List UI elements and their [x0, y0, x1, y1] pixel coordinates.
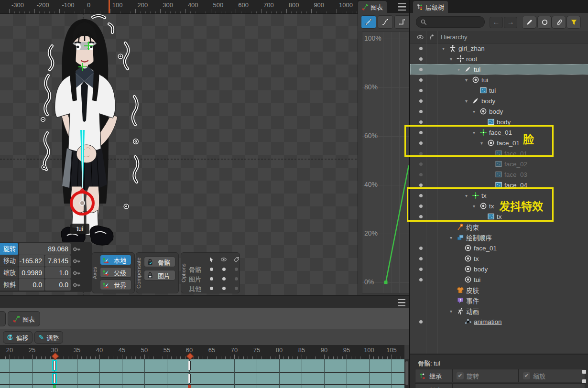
tree-row-tui[interactable]: ▾tui	[410, 64, 588, 75]
tree-row-face_01[interactable]: face_01	[410, 243, 588, 253]
expander-icon[interactable]: ▾	[457, 67, 464, 72]
inherit-rotation-checkbox[interactable]: ✔ 旋转	[452, 369, 519, 382]
eye-icon[interactable]	[416, 33, 424, 41]
visibility-dot[interactable]	[419, 110, 423, 113]
expander-icon[interactable]: ▾	[450, 309, 457, 314]
keyframe-diamond[interactable]	[186, 353, 194, 360]
visibility-dot[interactable]	[419, 78, 423, 82]
axes-parent-button[interactable]: 父级	[100, 267, 131, 278]
tree-row-root[interactable]: ▾root	[410, 54, 588, 64]
transform-value-field[interactable]: 1.0	[45, 267, 71, 279]
expander-icon[interactable]: ▾	[442, 46, 449, 51]
inherit-cell[interactable]: 继承	[415, 369, 452, 382]
tree-row-约束[interactable]: 约束	[410, 222, 588, 232]
keyframe-icon[interactable]	[71, 279, 82, 291]
adjust-button[interactable]: ✎ 调整	[34, 331, 63, 344]
expander-icon[interactable]: ▾	[465, 98, 472, 104]
timeline-scrollbar[interactable]	[404, 359, 409, 388]
transform-label[interactable]: 倾斜	[0, 279, 18, 291]
tree-row-皮肤[interactable]: 皮肤	[410, 285, 588, 295]
visibility-dot[interactable]	[419, 68, 423, 71]
expander-icon[interactable]: ▾	[450, 235, 457, 240]
graph-toggle-button[interactable]: 图表	[8, 311, 40, 326]
scroll-up-button[interactable]	[582, 370, 586, 374]
scroll-down-button[interactable]	[582, 379, 586, 383]
tree-row-girl_zhan[interactable]: ▾girl_zhan	[410, 43, 588, 54]
tree-row-animation[interactable]: animation	[410, 316, 588, 327]
graph-plot-area[interactable]: 100%80%60%40%20%0%	[362, 32, 411, 293]
keyframe-bar[interactable]	[188, 374, 191, 383]
transform-value-field[interactable]: 89.068	[19, 243, 71, 255]
timeline-ruler[interactable]: 20253035404550556065707580859095100105	[0, 345, 404, 359]
expander-icon[interactable]: ▾	[465, 77, 472, 83]
tree-row-事件[interactable]: 事件	[410, 295, 588, 306]
keyframe-icon[interactable]	[71, 267, 82, 279]
expander-icon[interactable]: ▾	[473, 109, 479, 114]
visibility-dot[interactable]	[419, 268, 423, 271]
tree-row-body[interactable]: ▾body	[410, 106, 588, 117]
visibility-dot[interactable]	[419, 99, 423, 103]
keyframe-icon[interactable]	[71, 255, 82, 267]
track-row[interactable]	[0, 373, 404, 384]
tree-row-body[interactable]: ▾body	[410, 96, 588, 106]
visibility-dot[interactable]	[419, 162, 423, 166]
keyframe-mark[interactable]	[188, 385, 191, 388]
track-row[interactable]	[0, 385, 404, 388]
tab-hierarchy[interactable]: 层级树	[413, 1, 448, 13]
transform-label[interactable]: 缩放	[0, 267, 18, 279]
keyframe-bar[interactable]	[53, 361, 56, 370]
transform-value-field[interactable]: 0.0	[45, 279, 71, 291]
circle-select-button[interactable]	[537, 16, 552, 29]
tree-row-body[interactable]: body	[410, 264, 588, 274]
tree-row-tui[interactable]: ▾tui	[410, 75, 588, 85]
visibility-dot[interactable]	[419, 47, 423, 50]
tree-row-绘制顺序[interactable]: ▾绘制顺序	[410, 232, 588, 243]
visibility-dot[interactable]	[419, 257, 423, 260]
tree-row-tx[interactable]: tx	[410, 253, 588, 264]
inherit-scale-checkbox[interactable]: ✔ 缩放	[519, 369, 585, 382]
timeline-tracks[interactable]	[0, 359, 404, 388]
tree-row-tui[interactable]: tui	[410, 274, 588, 285]
keyframe-bar[interactable]	[53, 374, 56, 383]
transform-label[interactable]: 移动	[0, 255, 18, 267]
visibility-dot[interactable]	[419, 173, 423, 176]
tree-row-face_02[interactable]: face_02	[410, 159, 588, 169]
tree-row-tui[interactable]: tui	[410, 85, 588, 96]
bezier-curve-button[interactable]	[378, 15, 393, 29]
transform-value-field[interactable]: 0.0	[19, 279, 44, 291]
track-row[interactable]	[0, 359, 404, 372]
keyframe-diamond[interactable]	[51, 353, 59, 360]
compensate-bones-button[interactable]: 骨骼	[144, 257, 175, 267]
visibility-dot[interactable]	[419, 120, 423, 124]
graph-menu-icon[interactable]	[398, 3, 406, 12]
timeline-menu-icon[interactable]	[398, 299, 405, 308]
visibility-dot[interactable]	[419, 278, 423, 281]
visibility-dot[interactable]	[419, 320, 423, 323]
tab-graph[interactable]: 图表	[358, 1, 387, 13]
tree-row-动画[interactable]: ▾动画	[410, 306, 588, 316]
filter-button[interactable]	[566, 16, 581, 29]
search-input[interactable]	[416, 16, 485, 28]
stepped-curve-button[interactable]	[394, 15, 410, 29]
compensate-images-button[interactable]: 图片	[144, 270, 175, 280]
visibility-dot[interactable]	[419, 57, 423, 61]
tree-row-face_03[interactable]: face_03	[410, 169, 588, 180]
transform-value-field[interactable]: 0.9989	[19, 267, 44, 279]
keyframe-icon[interactable]	[71, 243, 82, 255]
axes-local-button[interactable]: 本地	[100, 255, 131, 265]
link-icon[interactable]	[428, 33, 436, 41]
attach-button[interactable]	[552, 16, 566, 29]
scrollbar-thumb[interactable]	[405, 361, 408, 385]
viewport[interactable]: -300-200-1000100200300400500600700800900…	[0, 0, 358, 295]
forward-button[interactable]: →	[504, 17, 517, 28]
expander-icon[interactable]: ▾	[450, 56, 457, 62]
axes-world-button[interactable]: 世界	[100, 280, 131, 290]
length-value[interactable]: 386.75	[452, 383, 585, 388]
partial-button[interactable]	[0, 311, 6, 326]
linear-curve-button[interactable]	[361, 15, 376, 29]
visibility-dot[interactable]	[419, 183, 423, 187]
transform-label[interactable]: 旋转	[0, 243, 18, 255]
transform-value-field[interactable]: 7.8145	[45, 255, 71, 267]
pose-pen-button[interactable]	[522, 16, 536, 29]
transform-value-field[interactable]: -165.82	[19, 255, 44, 267]
